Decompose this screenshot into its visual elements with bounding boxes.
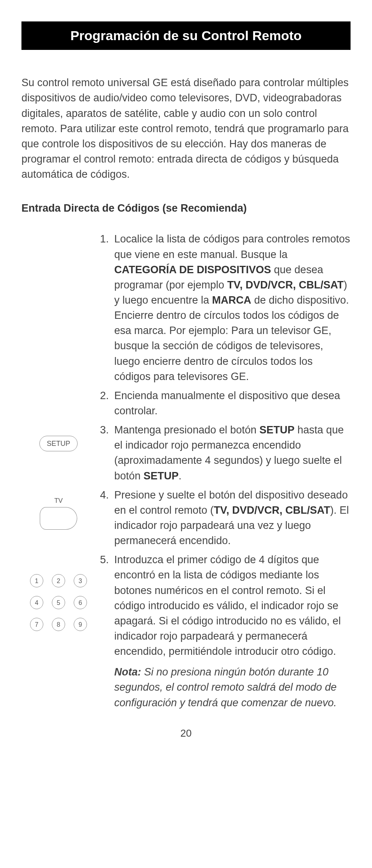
step-2: 2. Encienda manualmente el dispositivo q… [21, 388, 351, 419]
tv-label: TV [54, 496, 63, 506]
note-text: Si no presiona ningún botón durante 10 s… [114, 666, 337, 708]
key-3-icon: 3 [74, 574, 87, 587]
bold-text: TV, DVD/VCR, CBL/SAT [227, 279, 344, 291]
step-3: SETUP 3. Mantenga presionado el botón SE… [21, 423, 351, 484]
step-4: TV 4. Presione y suelte el botón del dis… [21, 488, 351, 549]
step-5: 1 2 3 4 5 6 7 8 9 5. Introduzca el prime… [21, 552, 351, 710]
keypad-icon: 1 2 3 4 5 6 7 8 9 [30, 574, 87, 631]
bold-text: SETUP [259, 424, 294, 436]
bold-text: CATEGORÍA DE DISPOSITIVOS [114, 264, 271, 276]
key-5-icon: 5 [52, 596, 65, 609]
step-3-icon-col: SETUP [21, 423, 96, 451]
step-4-number: 4. [96, 488, 114, 503]
text: Introduzca el primer código de 4 dígitos… [114, 554, 341, 657]
tv-shape-icon [40, 507, 77, 530]
text: . [179, 470, 182, 482]
setup-button-icon: SETUP [39, 436, 78, 451]
key-1-icon: 1 [30, 574, 43, 587]
step-5-icon-col: 1 2 3 4 5 6 7 8 9 [21, 552, 96, 631]
step-2-number: 2. [96, 388, 114, 403]
intro-paragraph: Su control remoto universal GE está dise… [21, 75, 351, 182]
key-2-icon: 2 [52, 574, 65, 587]
tv-button-icon: TV [40, 496, 77, 530]
step-3-number: 3. [96, 423, 114, 438]
page-number: 20 [21, 726, 351, 741]
key-9-icon: 9 [74, 618, 87, 631]
step-4-icon-col: TV [21, 488, 96, 530]
bold-text: TV, DVD/VCR, CBL/SAT [214, 504, 330, 516]
step-1-text: Localice la lista de códigos para contro… [114, 232, 351, 384]
text: de dicho dispositivo. Encierre dentro de… [114, 294, 349, 382]
step-2-text: Encienda manualmente el dispositivo que … [114, 388, 351, 419]
step-5-text: Introduzca el primer código de 4 dígitos… [114, 552, 351, 710]
section-heading: Entrada Directa de Códigos (se Recomiend… [21, 201, 351, 216]
key-8-icon: 8 [52, 618, 65, 631]
text: Mantenga presionado el botón [114, 424, 259, 436]
bold-text: MARCA [212, 294, 252, 306]
step-1: 1. Localice la lista de códigos para con… [21, 232, 351, 384]
note-label: Nota: [114, 666, 141, 678]
steps-list: 1. Localice la lista de códigos para con… [21, 232, 351, 714]
step-3-text: Mantenga presionado el botón SETUP hasta… [114, 423, 351, 484]
page-title: Programación de su Control Remoto [21, 21, 351, 50]
step-4-text: Presione y suelte el botón del dispositi… [114, 488, 351, 549]
step-5-note: Nota: Si no presiona ningún botón durant… [114, 665, 351, 710]
text: Localice la lista de códigos para contro… [114, 233, 350, 260]
key-4-icon: 4 [30, 596, 43, 609]
text: Encienda manualmente el dispositivo que … [114, 390, 340, 417]
key-7-icon: 7 [30, 618, 43, 631]
step-5-number: 5. [96, 552, 114, 567]
key-6-icon: 6 [74, 596, 87, 609]
step-1-number: 1. [96, 232, 114, 247]
bold-text: SETUP [143, 470, 179, 482]
